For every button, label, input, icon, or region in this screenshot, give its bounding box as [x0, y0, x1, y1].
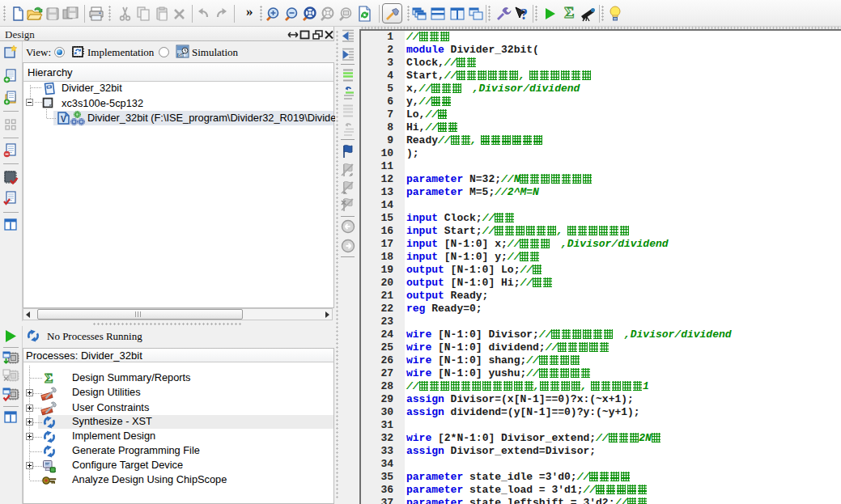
svg-text:?: ? — [520, 6, 528, 23]
svg-text:iSim: iSim — [177, 53, 185, 57]
svg-text:Σ: Σ — [564, 4, 574, 21]
svg-text:V: V — [61, 114, 66, 123]
svg-text:Σ: Σ — [45, 371, 53, 385]
